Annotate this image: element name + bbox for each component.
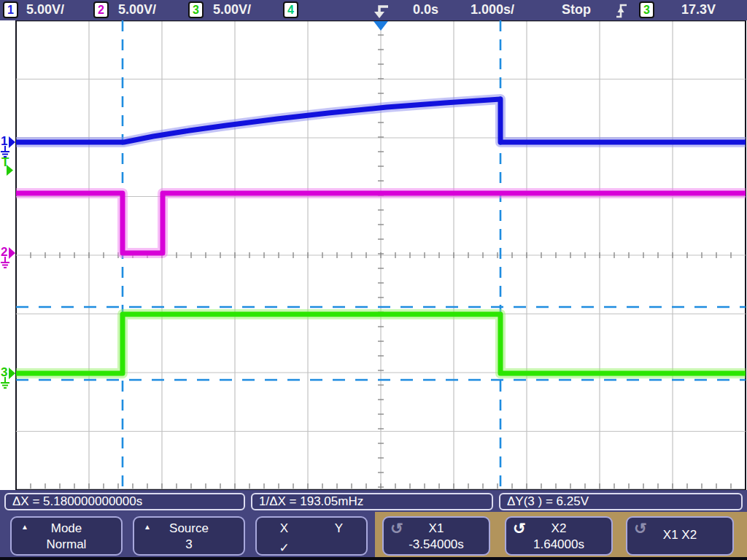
source-button[interactable]: ▲ Source 3 (133, 516, 245, 556)
delta-y-readout: ΔY(3 ) = 6.25V (499, 493, 743, 510)
knob-icon: ↺ (634, 520, 647, 537)
bottom-edge (0, 557, 747, 560)
timebase-readout: 1.000s/ (471, 2, 514, 18)
svg-text:2: 2 (1, 245, 7, 259)
channel-4-badge[interactable]: 4 (283, 1, 298, 18)
run-state: Stop (562, 2, 591, 18)
channel-1-scale: 5.00V/ (26, 2, 64, 18)
svg-text:3: 3 (1, 365, 7, 379)
up-arrow-icon: ▲ (21, 523, 28, 531)
trigger-level-marker[interactable]: T (0, 156, 16, 178)
oscilloscope-screen: 1 5.00V/ 2 5.00V/ 3 5.00V/ 4 0.0s 1.000s… (0, 0, 747, 560)
knob-icon: ↺ (513, 520, 526, 537)
cursor-xy-button[interactable]: X ✓ Y (255, 516, 368, 556)
trigger-level-readout: 17.3V (681, 2, 716, 18)
up-arrow-icon: ▲ (144, 523, 151, 531)
channel-2-ground-marker[interactable]: 2 (0, 244, 19, 271)
bottom-panel: ΔX = 5.180000000000s 1/ΔX = 193.05mHz ΔY… (0, 490, 747, 560)
x1-cursor-button[interactable]: ↺ X1 -3.54000s (382, 516, 490, 556)
channel-3-badge[interactable]: 3 (188, 1, 204, 18)
trigger-source-badge[interactable]: 3 (639, 1, 654, 18)
channel-1-badge[interactable]: 1 (3, 1, 18, 18)
svg-text:1: 1 (1, 134, 7, 148)
trigger-delay-icon (373, 4, 390, 19)
check-icon: ✓ (257, 540, 311, 557)
x1x2-linked-button[interactable]: ↺ X1 X2 (626, 516, 734, 556)
channel-3-ground-marker[interactable]: 3 (0, 364, 19, 392)
mode-button[interactable]: ▲ Mode Normal (10, 516, 123, 556)
channel-2-badge[interactable]: 2 (93, 1, 109, 18)
delay-readout: 0.0s (413, 2, 438, 18)
waveform-display (0, 20, 747, 490)
channel-3-scale: 5.00V/ (213, 2, 251, 18)
status-bar: 1 5.00V/ 2 5.00V/ 3 5.00V/ 4 0.0s 1.000s… (0, 0, 747, 20)
channel-2-scale: 5.00V/ (118, 2, 156, 18)
delta-x-readout: ΔX = 5.180000000000s (4, 493, 245, 510)
trigger-edge-icon (615, 2, 628, 19)
knob-icon: ↺ (390, 520, 403, 537)
x2-cursor-button[interactable]: ↺ X2 1.64000s (505, 516, 613, 556)
inv-delta-x-readout: 1/ΔX = 193.05mHz (251, 493, 493, 510)
